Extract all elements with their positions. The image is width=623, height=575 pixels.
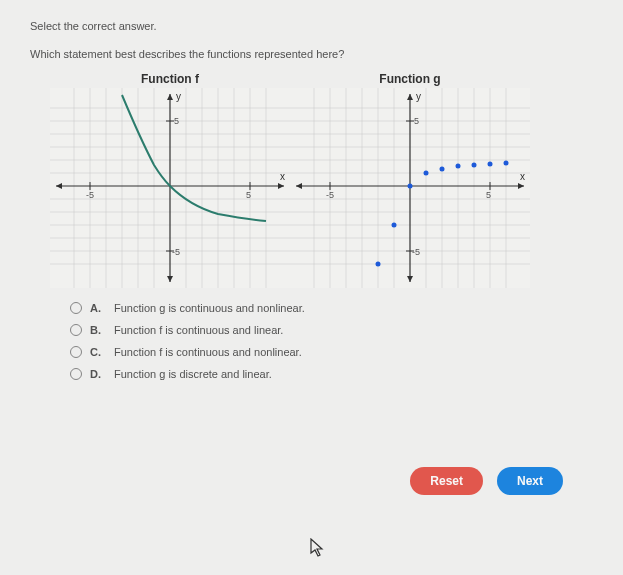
choice-letter: C. [90,346,106,358]
choice-a[interactable]: A. Function g is continuous and nonlinea… [70,302,593,314]
tick-ypos: 5 [174,116,179,126]
choice-d[interactable]: D. Function g is discrete and linear. [70,368,593,380]
y-axis-label: y [176,91,181,102]
radio-icon [70,346,82,358]
graph-g-wrap: Function g [290,72,530,288]
instruction-text: Select the correct answer. [30,20,593,32]
choice-text: Function g is continuous and nonlinear. [114,302,305,314]
tick-yneg: -5 [412,247,420,257]
graph-f-title: Function f [50,72,290,86]
graph-g-title: Function g [290,72,530,86]
svg-point-64 [376,262,381,267]
svg-marker-26 [167,94,173,100]
action-buttons: Reset Next [410,467,563,495]
choice-text: Function f is continuous and linear. [114,324,283,336]
svg-point-68 [440,167,445,172]
radio-icon [70,302,82,314]
choice-letter: D. [90,368,106,380]
quiz-page: Select the correct answer. Which stateme… [0,0,623,575]
next-button[interactable]: Next [497,467,563,495]
choice-text: Function g is discrete and linear. [114,368,272,380]
svg-marker-56 [518,183,524,189]
svg-marker-59 [407,276,413,282]
question-text: Which statement best describes the funct… [30,48,593,60]
tick-xpos: 5 [246,190,251,200]
tick-ypos: 5 [414,116,419,126]
graph-f: y x -5 5 5 -5 [50,88,290,288]
choice-c[interactable]: C. Function f is continuous and nonlinea… [70,346,593,358]
graphs-row: Function f [50,72,593,288]
graph-f-wrap: Function f [50,72,290,288]
cursor-icon [310,538,326,563]
curve-f [122,95,266,221]
reset-button[interactable]: Reset [410,467,483,495]
svg-point-70 [472,163,477,168]
choice-b[interactable]: B. Function f is continuous and linear. [70,324,593,336]
svg-marker-25 [56,183,62,189]
svg-marker-24 [278,183,284,189]
choice-text: Function f is continuous and nonlinear. [114,346,302,358]
svg-marker-27 [167,276,173,282]
svg-point-69 [456,164,461,169]
tick-xneg: -5 [326,190,334,200]
x-axis-label: x [520,171,525,182]
radio-icon [70,324,82,336]
choice-letter: A. [90,302,106,314]
tick-yneg: -5 [172,247,180,257]
x-axis-label: x [280,171,285,182]
svg-marker-58 [407,94,413,100]
choice-letter: B. [90,324,106,336]
svg-point-67 [424,171,429,176]
svg-point-66 [408,184,413,189]
svg-marker-57 [296,183,302,189]
tick-xpos: 5 [486,190,491,200]
radio-icon [70,368,82,380]
svg-point-72 [504,161,509,166]
svg-point-65 [392,223,397,228]
svg-point-71 [488,162,493,167]
y-axis-label: y [416,91,421,102]
answer-choices: A. Function g is continuous and nonlinea… [70,302,593,380]
tick-xneg: -5 [86,190,94,200]
graph-g: y x -5 5 5 -5 [290,88,530,288]
